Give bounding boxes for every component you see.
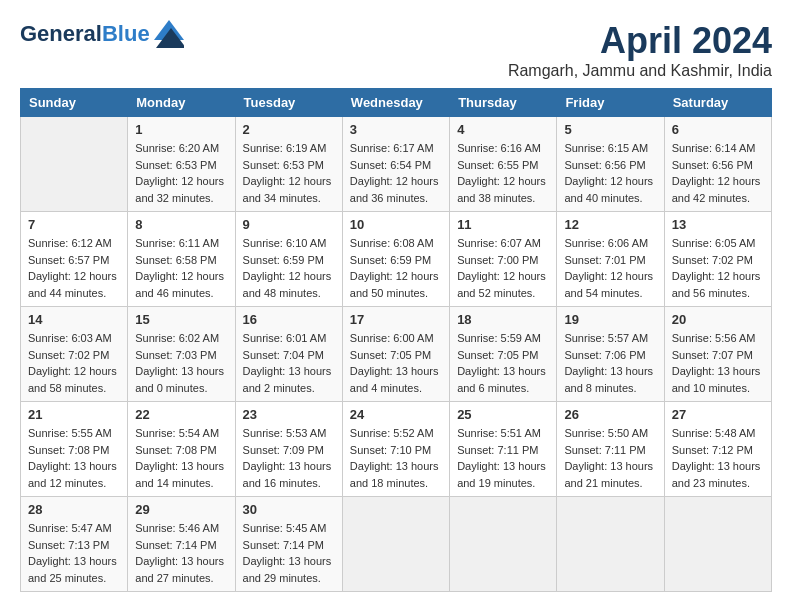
calendar-cell: 9Sunrise: 6:10 AM Sunset: 6:59 PM Daylig… xyxy=(235,212,342,307)
day-number: 28 xyxy=(28,502,120,517)
day-info: Sunrise: 6:20 AM Sunset: 6:53 PM Dayligh… xyxy=(135,140,227,206)
calendar-cell xyxy=(21,117,128,212)
calendar-cell: 5Sunrise: 6:15 AM Sunset: 6:56 PM Daylig… xyxy=(557,117,664,212)
calendar-table: SundayMondayTuesdayWednesdayThursdayFrid… xyxy=(20,88,772,592)
day-info: Sunrise: 5:45 AM Sunset: 7:14 PM Dayligh… xyxy=(243,520,335,586)
day-number: 12 xyxy=(564,217,656,232)
weekday-header-row: SundayMondayTuesdayWednesdayThursdayFrid… xyxy=(21,89,772,117)
day-info: Sunrise: 6:12 AM Sunset: 6:57 PM Dayligh… xyxy=(28,235,120,301)
calendar-cell: 7Sunrise: 6:12 AM Sunset: 6:57 PM Daylig… xyxy=(21,212,128,307)
day-number: 27 xyxy=(672,407,764,422)
location-title: Ramgarh, Jammu and Kashmir, India xyxy=(508,62,772,80)
day-info: Sunrise: 5:46 AM Sunset: 7:14 PM Dayligh… xyxy=(135,520,227,586)
calendar-week-row: 21Sunrise: 5:55 AM Sunset: 7:08 PM Dayli… xyxy=(21,402,772,497)
calendar-cell: 15Sunrise: 6:02 AM Sunset: 7:03 PM Dayli… xyxy=(128,307,235,402)
calendar-cell: 3Sunrise: 6:17 AM Sunset: 6:54 PM Daylig… xyxy=(342,117,449,212)
day-info: Sunrise: 5:55 AM Sunset: 7:08 PM Dayligh… xyxy=(28,425,120,491)
calendar-cell: 28Sunrise: 5:47 AM Sunset: 7:13 PM Dayli… xyxy=(21,497,128,592)
calendar-cell: 18Sunrise: 5:59 AM Sunset: 7:05 PM Dayli… xyxy=(450,307,557,402)
weekday-header: Friday xyxy=(557,89,664,117)
calendar-cell: 24Sunrise: 5:52 AM Sunset: 7:10 PM Dayli… xyxy=(342,402,449,497)
day-number: 23 xyxy=(243,407,335,422)
day-info: Sunrise: 6:19 AM Sunset: 6:53 PM Dayligh… xyxy=(243,140,335,206)
day-number: 24 xyxy=(350,407,442,422)
day-info: Sunrise: 5:53 AM Sunset: 7:09 PM Dayligh… xyxy=(243,425,335,491)
day-number: 11 xyxy=(457,217,549,232)
day-number: 18 xyxy=(457,312,549,327)
day-info: Sunrise: 6:06 AM Sunset: 7:01 PM Dayligh… xyxy=(564,235,656,301)
weekday-header: Monday xyxy=(128,89,235,117)
day-number: 13 xyxy=(672,217,764,232)
day-info: Sunrise: 6:10 AM Sunset: 6:59 PM Dayligh… xyxy=(243,235,335,301)
day-info: Sunrise: 5:47 AM Sunset: 7:13 PM Dayligh… xyxy=(28,520,120,586)
day-info: Sunrise: 6:14 AM Sunset: 6:56 PM Dayligh… xyxy=(672,140,764,206)
logo: GeneralBlue xyxy=(20,20,184,48)
calendar-cell: 25Sunrise: 5:51 AM Sunset: 7:11 PM Dayli… xyxy=(450,402,557,497)
calendar-cell: 17Sunrise: 6:00 AM Sunset: 7:05 PM Dayli… xyxy=(342,307,449,402)
day-info: Sunrise: 6:01 AM Sunset: 7:04 PM Dayligh… xyxy=(243,330,335,396)
day-number: 16 xyxy=(243,312,335,327)
weekday-header: Sunday xyxy=(21,89,128,117)
calendar-cell: 19Sunrise: 5:57 AM Sunset: 7:06 PM Dayli… xyxy=(557,307,664,402)
calendar-cell: 29Sunrise: 5:46 AM Sunset: 7:14 PM Dayli… xyxy=(128,497,235,592)
day-number: 10 xyxy=(350,217,442,232)
day-number: 15 xyxy=(135,312,227,327)
day-number: 14 xyxy=(28,312,120,327)
calendar-cell: 14Sunrise: 6:03 AM Sunset: 7:02 PM Dayli… xyxy=(21,307,128,402)
calendar-cell xyxy=(450,497,557,592)
day-info: Sunrise: 6:02 AM Sunset: 7:03 PM Dayligh… xyxy=(135,330,227,396)
day-info: Sunrise: 6:00 AM Sunset: 7:05 PM Dayligh… xyxy=(350,330,442,396)
day-info: Sunrise: 6:03 AM Sunset: 7:02 PM Dayligh… xyxy=(28,330,120,396)
calendar-cell: 23Sunrise: 5:53 AM Sunset: 7:09 PM Dayli… xyxy=(235,402,342,497)
calendar-cell: 6Sunrise: 6:14 AM Sunset: 6:56 PM Daylig… xyxy=(664,117,771,212)
calendar-cell: 30Sunrise: 5:45 AM Sunset: 7:14 PM Dayli… xyxy=(235,497,342,592)
calendar-cell xyxy=(664,497,771,592)
day-number: 25 xyxy=(457,407,549,422)
weekday-header: Tuesday xyxy=(235,89,342,117)
calendar-cell: 8Sunrise: 6:11 AM Sunset: 6:58 PM Daylig… xyxy=(128,212,235,307)
day-number: 20 xyxy=(672,312,764,327)
calendar-cell: 12Sunrise: 6:06 AM Sunset: 7:01 PM Dayli… xyxy=(557,212,664,307)
day-number: 21 xyxy=(28,407,120,422)
weekday-header: Wednesday xyxy=(342,89,449,117)
day-number: 17 xyxy=(350,312,442,327)
calendar-week-row: 7Sunrise: 6:12 AM Sunset: 6:57 PM Daylig… xyxy=(21,212,772,307)
day-info: Sunrise: 6:11 AM Sunset: 6:58 PM Dayligh… xyxy=(135,235,227,301)
calendar-cell: 10Sunrise: 6:08 AM Sunset: 6:59 PM Dayli… xyxy=(342,212,449,307)
day-info: Sunrise: 6:17 AM Sunset: 6:54 PM Dayligh… xyxy=(350,140,442,206)
calendar-week-row: 28Sunrise: 5:47 AM Sunset: 7:13 PM Dayli… xyxy=(21,497,772,592)
logo-text: GeneralBlue xyxy=(20,23,150,45)
day-number: 19 xyxy=(564,312,656,327)
day-number: 22 xyxy=(135,407,227,422)
calendar-cell: 11Sunrise: 6:07 AM Sunset: 7:00 PM Dayli… xyxy=(450,212,557,307)
day-info: Sunrise: 5:52 AM Sunset: 7:10 PM Dayligh… xyxy=(350,425,442,491)
day-number: 4 xyxy=(457,122,549,137)
weekday-header: Saturday xyxy=(664,89,771,117)
day-info: Sunrise: 6:15 AM Sunset: 6:56 PM Dayligh… xyxy=(564,140,656,206)
day-number: 7 xyxy=(28,217,120,232)
day-info: Sunrise: 5:56 AM Sunset: 7:07 PM Dayligh… xyxy=(672,330,764,396)
weekday-header: Thursday xyxy=(450,89,557,117)
day-number: 5 xyxy=(564,122,656,137)
day-number: 1 xyxy=(135,122,227,137)
day-info: Sunrise: 5:57 AM Sunset: 7:06 PM Dayligh… xyxy=(564,330,656,396)
day-number: 2 xyxy=(243,122,335,137)
calendar-cell xyxy=(557,497,664,592)
calendar-cell: 27Sunrise: 5:48 AM Sunset: 7:12 PM Dayli… xyxy=(664,402,771,497)
month-title: April 2024 xyxy=(508,20,772,62)
day-info: Sunrise: 5:51 AM Sunset: 7:11 PM Dayligh… xyxy=(457,425,549,491)
day-number: 9 xyxy=(243,217,335,232)
calendar-cell: 1Sunrise: 6:20 AM Sunset: 6:53 PM Daylig… xyxy=(128,117,235,212)
calendar-cell: 20Sunrise: 5:56 AM Sunset: 7:07 PM Dayli… xyxy=(664,307,771,402)
page-header: GeneralBlue April 2024 Ramgarh, Jammu an… xyxy=(20,20,772,80)
day-info: Sunrise: 6:05 AM Sunset: 7:02 PM Dayligh… xyxy=(672,235,764,301)
day-number: 29 xyxy=(135,502,227,517)
day-number: 3 xyxy=(350,122,442,137)
calendar-cell: 16Sunrise: 6:01 AM Sunset: 7:04 PM Dayli… xyxy=(235,307,342,402)
calendar-cell: 26Sunrise: 5:50 AM Sunset: 7:11 PM Dayli… xyxy=(557,402,664,497)
day-info: Sunrise: 6:07 AM Sunset: 7:00 PM Dayligh… xyxy=(457,235,549,301)
calendar-cell: 13Sunrise: 6:05 AM Sunset: 7:02 PM Dayli… xyxy=(664,212,771,307)
day-info: Sunrise: 5:48 AM Sunset: 7:12 PM Dayligh… xyxy=(672,425,764,491)
day-info: Sunrise: 6:16 AM Sunset: 6:55 PM Dayligh… xyxy=(457,140,549,206)
calendar-week-row: 14Sunrise: 6:03 AM Sunset: 7:02 PM Dayli… xyxy=(21,307,772,402)
